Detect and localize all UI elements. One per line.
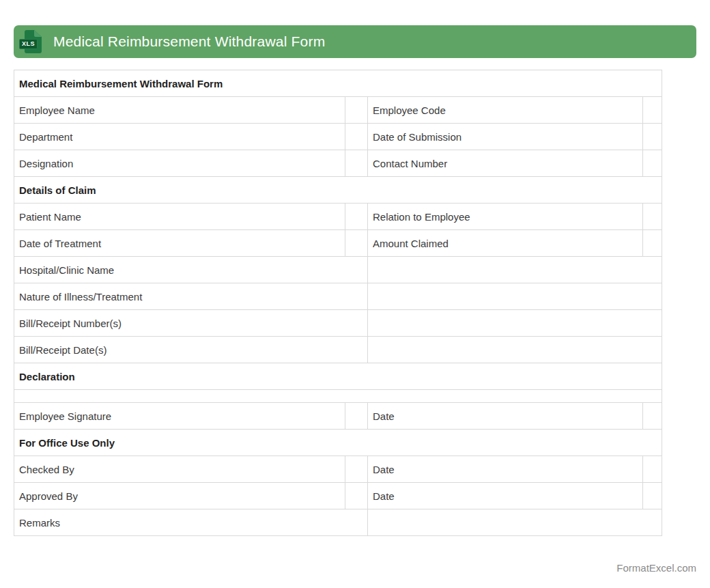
- form-table: Medical Reimbursement Withdrawal FormEmp…: [14, 70, 662, 536]
- label-cell-left: Employee Signature: [14, 403, 345, 430]
- label-cell-left: Patient Name: [14, 204, 345, 230]
- table-row: Hospital/Clinic Name: [14, 257, 662, 283]
- gap-cell-left: [345, 204, 368, 230]
- label-cell: Bill/Receipt Number(s): [14, 310, 368, 337]
- gap-cell-right: [643, 97, 662, 124]
- label-cell: Remarks: [14, 509, 368, 536]
- section-header-cell: Details of Claim: [14, 177, 662, 204]
- value-cell: [368, 337, 662, 363]
- table-row: Bill/Receipt Date(s): [14, 337, 662, 363]
- label-cell-right: Employee Code: [368, 97, 643, 124]
- form-title-bar: XLS Medical Reimbursement Withdrawal For…: [14, 25, 696, 58]
- label-cell-right: Date: [368, 403, 643, 430]
- gap-cell-left: [345, 456, 368, 483]
- label-cell-right: Date: [368, 483, 643, 509]
- gap-cell-left: [345, 150, 368, 177]
- label-cell: Nature of Illness/Treatment: [14, 283, 368, 310]
- table-row: DesignationContact Number: [14, 150, 662, 177]
- gap-cell-left: [345, 403, 368, 430]
- gap-cell-right: [643, 456, 662, 483]
- gap-cell-right: [643, 403, 662, 430]
- gap-cell-right: [643, 483, 662, 509]
- value-cell: [368, 283, 662, 310]
- table-row: Medical Reimbursement Withdrawal Form: [14, 70, 662, 97]
- value-cell: [368, 310, 662, 337]
- gap-cell-right: [643, 124, 662, 150]
- table-row: Patient NameRelation to Employee: [14, 204, 662, 230]
- label-cell-right: Contact Number: [368, 150, 643, 177]
- table-row: Nature of Illness/Treatment: [14, 283, 662, 310]
- section-header-cell: For Office Use Only: [14, 430, 662, 456]
- table-row: [14, 390, 662, 403]
- gap-cell-left: [345, 230, 368, 257]
- value-cell: [368, 509, 662, 536]
- site-credit: FormatExcel.com: [616, 562, 696, 574]
- gap-cell-left: [345, 97, 368, 124]
- table-row: Approved ByDate: [14, 483, 662, 509]
- label-cell-left: Approved By: [14, 483, 345, 509]
- table-row: Declaration: [14, 363, 662, 390]
- table-row: For Office Use Only: [14, 430, 662, 456]
- section-header-cell: Declaration: [14, 363, 662, 390]
- label-cell-left: Department: [14, 124, 345, 150]
- label-cell-right: Date: [368, 456, 643, 483]
- label-cell: Bill/Receipt Date(s): [14, 337, 368, 363]
- xls-file-icon: XLS: [21, 29, 43, 54]
- table-row: Checked ByDate: [14, 456, 662, 483]
- label-cell-right: Relation to Employee: [368, 204, 643, 230]
- spacer-cell: [14, 390, 662, 403]
- label-cell: Hospital/Clinic Name: [14, 257, 368, 283]
- table-row: DepartmentDate of Submission: [14, 124, 662, 150]
- label-cell-left: Date of Treatment: [14, 230, 345, 257]
- table-row: Employee NameEmployee Code: [14, 97, 662, 124]
- gap-cell-left: [345, 483, 368, 509]
- gap-cell-right: [643, 204, 662, 230]
- page-title: Medical Reimbursement Withdrawal Form: [53, 33, 325, 50]
- table-row: Remarks: [14, 509, 662, 536]
- gap-cell-right: [643, 230, 662, 257]
- label-cell-right: Amount Claimed: [368, 230, 643, 257]
- table-row: Date of TreatmentAmount Claimed: [14, 230, 662, 257]
- table-row: Details of Claim: [14, 177, 662, 204]
- table-row: Bill/Receipt Number(s): [14, 310, 662, 337]
- page: { "header": { "title": "Medical Reimburs…: [0, 0, 710, 588]
- label-cell-left: Designation: [14, 150, 345, 177]
- label-cell-right: Date of Submission: [368, 124, 643, 150]
- value-cell: [368, 257, 662, 283]
- label-cell-left: Employee Name: [14, 97, 345, 124]
- form-table-body: Medical Reimbursement Withdrawal FormEmp…: [14, 70, 662, 536]
- gap-cell-left: [345, 124, 368, 150]
- gap-cell-right: [643, 150, 662, 177]
- table-row: Employee SignatureDate: [14, 403, 662, 430]
- label-cell-left: Checked By: [14, 456, 345, 483]
- section-header-cell: Medical Reimbursement Withdrawal Form: [14, 70, 662, 97]
- xls-badge-label: XLS: [19, 39, 38, 49]
